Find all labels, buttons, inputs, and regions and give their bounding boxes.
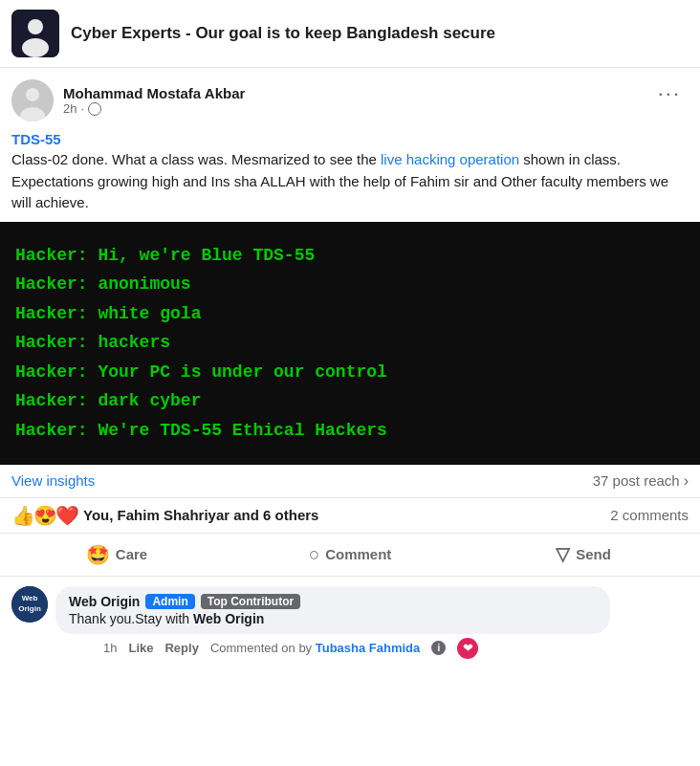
comment-item: Web Origin Web Origin Admin Top Contribu… (11, 586, 689, 659)
web-origin-avatar-image: Web Origin (11, 586, 48, 623)
comment-label: Comment (325, 546, 391, 562)
author-avatar-image (11, 79, 54, 121)
reactions-text: You, Fahim Shahriyar and 6 others (83, 507, 318, 523)
care-label: Care (116, 546, 147, 562)
comment-time: 1h (103, 641, 117, 655)
commenter-avatar: Web Origin (11, 586, 48, 623)
terminal-line-3: Hacker: white gola (15, 299, 685, 329)
insights-bar: View insights 37 post reach › (0, 465, 700, 498)
author-name[interactable]: Mohammad Mostafa Akbar (63, 85, 245, 101)
svg-text:Web: Web (22, 594, 38, 602)
group-avatar-image (11, 10, 59, 57)
comment-button[interactable]: ○ Comment (233, 536, 467, 573)
comment-text: Thank you.Stay with Web Origin (69, 611, 597, 626)
love-emoji: 😍 (33, 504, 57, 527)
commented-on-text: Commented on by Tubasha Fahmida (210, 641, 420, 655)
reactions-left: 👍 😍 ❤️ You, Fahim Shahriyar and 6 others (11, 504, 318, 527)
commenter-name: Web Origin (69, 594, 140, 609)
like-emoji: 👍 (11, 504, 35, 527)
care-icon: 🤩 (86, 543, 110, 566)
terminal-line-6: Hacker: dark cyber (15, 386, 685, 416)
terminal-line-2: Hacker: anonimous (15, 270, 685, 299)
comment-text-bold: Web Origin (193, 611, 264, 626)
action-bar: 🤩 Care ○ Comment ▽ Send (0, 534, 700, 577)
comment-icon: ○ (309, 544, 319, 565)
terminal-content: Hacker: Hi, we're Blue TDS-55 Hacker: an… (15, 241, 685, 446)
author-meta: 2h · (63, 101, 245, 116)
post-text-highlight: live hacking operation (381, 151, 519, 167)
terminal-line-5: Hacker: Your PC is under our control (15, 358, 685, 387)
reactions-bar: 👍 😍 ❤️ You, Fahim Shahriyar and 6 others… (0, 498, 700, 534)
care-button[interactable]: 🤩 Care (0, 536, 233, 574)
comment-actions: 1h Like Reply Commented on by Tubasha Fa… (55, 634, 689, 659)
comment-content: Web Origin Admin Top Contributor Thank y… (55, 586, 689, 659)
admin-badge: Admin (145, 594, 194, 609)
svg-point-1 (28, 19, 43, 34)
like-comment-button[interactable]: Like (128, 641, 153, 655)
heart-emoji: ❤️ (55, 504, 79, 527)
group-avatar (11, 10, 59, 57)
comment-text-before: Thank you.Stay with (69, 611, 193, 626)
top-contributor-badge: Top Contributor (201, 594, 300, 609)
svg-point-2 (22, 38, 49, 57)
post-text-part1: Class-02 done. What a class was. Mesmari… (11, 151, 381, 167)
svg-text:Origin: Origin (18, 604, 41, 613)
group-name: Cyber Experts - Our goal is to keep Bang… (71, 24, 495, 43)
privacy-icon (88, 102, 101, 116)
send-button[interactable]: ▽ Send (467, 536, 700, 573)
reply-comment-button[interactable]: Reply (164, 641, 198, 655)
author-info: Mohammad Mostafa Akbar 2h · (11, 79, 245, 121)
post-text: Class-02 done. What a class was. Mesmari… (11, 149, 689, 214)
post-image: Hacker: Hi, we're Blue TDS-55 Hacker: an… (0, 222, 700, 465)
send-icon: ▽ (556, 543, 570, 565)
comment-author-line: Web Origin Admin Top Contributor (69, 594, 597, 609)
terminal-line-4: Hacker: hackers (15, 328, 685, 358)
comment-bubble: Web Origin Admin Top Contributor Thank y… (55, 586, 610, 634)
author-avatar (11, 79, 54, 121)
terminal-line-7: Hacker: We're TDS-55 Ethical Hackers (15, 416, 685, 446)
view-insights-link[interactable]: View insights (11, 472, 95, 489)
commenter-reference-name[interactable]: Tubasha Fahmida (316, 641, 421, 655)
reach-chevron-icon: › (684, 472, 689, 490)
info-icon: i (431, 641, 446, 655)
terminal-line-1: Hacker: Hi, we're Blue TDS-55 (15, 241, 685, 271)
post-reach: 37 post reach › (593, 472, 689, 490)
post-time: 2h (63, 101, 77, 116)
page-header: Cyber Experts - Our goal is to keep Bang… (0, 0, 700, 68)
send-label: Send (576, 546, 611, 562)
post-content: TDS-55 Class-02 done. What a class was. … (0, 127, 700, 222)
comments-count[interactable]: 2 comments (610, 507, 689, 523)
reach-count: 37 post reach (593, 472, 680, 489)
svg-point-4 (26, 88, 39, 101)
comments-section: Web Origin Web Origin Admin Top Contribu… (0, 577, 700, 668)
dot-separator: · (80, 101, 84, 116)
author-details: Mohammad Mostafa Akbar 2h · (63, 85, 245, 116)
you-label: You, Fahim Shahriyar and 6 others (83, 507, 318, 523)
more-options-button[interactable]: ··· (650, 79, 689, 108)
heart-reaction: ❤ (457, 638, 478, 659)
post-tag: TDS-55 (11, 131, 689, 147)
post-header: Mohammad Mostafa Akbar 2h · ··· (0, 68, 700, 127)
